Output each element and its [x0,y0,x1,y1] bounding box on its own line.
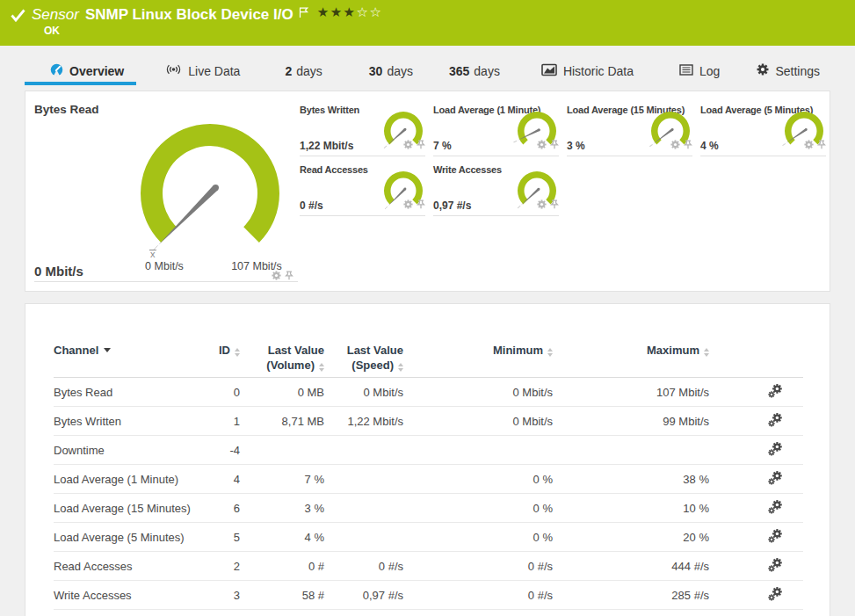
sort-arrows-icon [398,363,403,372]
channel-id: -4 [212,436,240,465]
sensor-header: Sensor SNMP Linux Block Device I/O ★★★☆☆… [0,0,855,46]
tab-overview[interactable]: Overview [50,63,124,79]
channel-settings-icon[interactable] [768,413,782,427]
gauge-settings-icon[interactable] [804,137,814,153]
tab-historic-data[interactable]: Historic Data [541,63,634,79]
sensor-status-badge: OK [44,25,60,37]
small-gauge-cell: Load Average (15 Minutes) 3 % [567,102,692,156]
star-icon[interactable]: ★ [344,4,357,19]
pin-icon[interactable] [417,137,425,153]
small-gauge-cell: Read Accesses 0 #/s [300,162,425,216]
star-icon[interactable]: ☆ [370,4,383,19]
channel-last-value-speed [324,436,403,465]
channel-settings-icon[interactable] [768,587,782,601]
channels-table: Channel ID Last Value(Volume) Last Value… [54,343,803,610]
channel-name[interactable]: Downtime [54,436,212,465]
pin-icon[interactable] [417,197,425,213]
channel-row[interactable]: Bytes Written 1 8,71 MB 1,22 Mbit/s 0 Mb… [54,407,803,436]
channel-maximum: 20 % [553,523,709,552]
primary-gauge-value: 0 Mbit/s [34,264,83,279]
primary-gauge-cell: Bytes Read x 0 Mbit/s 107 Mbit/s 0 Mbit/… [25,91,299,282]
col-minimum[interactable]: Minimum [403,343,553,378]
sensor-title: SNMP Linux Block Device I/O [85,6,293,24]
channel-row[interactable]: Load Average (1 Minute) 4 7 % 0 % 38 % [54,465,803,494]
tab-365-days[interactable]: 365 days [449,64,500,78]
star-icon[interactable]: ☆ [357,4,370,19]
sort-caret-icon [104,348,111,352]
gauge-settings-icon[interactable] [670,137,680,153]
channel-minimum [403,436,553,465]
small-gauge-cell: Write Accesses 0,97 #/s [433,162,559,216]
small-gauge-value: 4 % [700,140,719,152]
gauge-settings-icon[interactable] [403,197,413,213]
channel-id: 3 [212,581,240,610]
channel-last-value-speed [324,523,403,552]
gauge-settings-icon[interactable] [403,137,413,153]
gauge-settings-icon[interactable] [537,197,547,213]
col-last-value-volume[interactable]: Last Value(Volume) [240,343,324,378]
channel-settings-icon[interactable] [768,442,782,456]
channel-maximum: 444 #/s [553,552,709,581]
channel-settings-icon[interactable] [768,500,782,514]
channel-settings-icon[interactable] [768,384,782,398]
channel-name[interactable]: Bytes Read [54,378,212,407]
tab-live-data[interactable]: Live Data [165,63,240,78]
channel-last-value-speed: 0,97 #/s [324,581,403,610]
status-ok-check-icon [11,9,25,22]
channel-name[interactable]: Load Average (5 Minutes) [54,523,212,552]
channel-minimum: 0 #/s [403,581,553,610]
channel-row[interactable]: Read Accesses 2 0 # 0 #/s 0 #/s 444 #/s [54,552,803,581]
star-icon[interactable]: ★ [330,4,344,19]
small-gauge-value: 3 % [567,140,585,152]
channels-panel: Channel ID Last Value(Volume) Last Value… [25,303,830,616]
channel-name[interactable]: Write Accesses [54,581,212,610]
tab-settings[interactable]: Settings [757,63,820,78]
channel-settings-icon[interactable] [768,529,782,543]
channel-maximum: 10 % [553,494,709,523]
pin-icon[interactable] [550,137,559,153]
channel-name[interactable]: Read Accesses [54,552,212,581]
channel-name[interactable]: Load Average (15 Minutes) [54,494,212,523]
small-gauge-cell: Bytes Written 1,22 Mbit/s [300,102,425,156]
channel-name[interactable]: Bytes Written [54,407,212,436]
channel-maximum [553,436,709,465]
channel-row[interactable]: Bytes Read 0 0 MB 0 Mbit/s 0 Mbit/s 107 … [54,378,803,407]
channel-minimum: 0 % [403,465,553,494]
channel-row[interactable]: Load Average (5 Minutes) 5 4 % 0 % 20 % [54,523,803,552]
channel-row[interactable]: Load Average (15 Minutes) 6 3 % 0 % 10 % [54,494,803,523]
gauge-settings-icon[interactable] [537,137,547,153]
channel-row[interactable]: Write Accesses 3 58 # 0,97 #/s 0 #/s 285… [54,581,803,610]
col-channel[interactable]: Channel [54,343,212,378]
channel-last-value-speed: 0 #/s [324,552,403,581]
channel-settings-icon[interactable] [768,558,782,572]
channel-last-value-volume: 4 % [240,523,324,552]
channel-last-value-speed: 1,22 Mbit/s [324,407,403,436]
pin-icon[interactable] [550,197,559,213]
star-icon[interactable]: ★ [317,4,330,19]
sort-arrows-icon [235,348,240,357]
col-maximum[interactable]: Maximum [553,343,709,378]
pin-icon[interactable] [817,137,826,153]
small-gauge-value: 0,97 #/s [433,199,471,212]
col-id[interactable]: ID [212,343,240,378]
channel-last-value-volume: 3 % [240,494,324,523]
sort-arrows-icon [319,363,324,372]
tab-2-days[interactable]: 2 days [285,64,322,78]
channel-id: 2 [212,552,240,581]
channel-last-value-volume [240,436,324,465]
channel-maximum: 285 #/s [553,581,709,610]
channel-minimum: 0 % [403,523,553,552]
priority-stars[interactable]: ★★★☆☆ [317,4,383,20]
tab-log[interactable]: Log [679,64,720,78]
channel-last-value-volume: 58 # [240,581,324,610]
channel-settings-icon[interactable] [768,471,782,485]
flag-icon[interactable] [299,7,308,18]
channel-last-value-speed [324,465,403,494]
tab-30-days[interactable]: 30 days [369,64,413,78]
small-gauge-cell: Load Average (5 Minutes) 4 % [700,102,826,156]
table-header-row: Channel ID Last Value(Volume) Last Value… [54,343,803,378]
col-last-value-speed[interactable]: Last Value(Speed) [324,343,403,378]
pin-icon[interactable] [684,137,692,153]
channel-row[interactable]: Downtime -4 [54,436,803,465]
channel-name[interactable]: Load Average (1 Minute) [54,465,212,494]
